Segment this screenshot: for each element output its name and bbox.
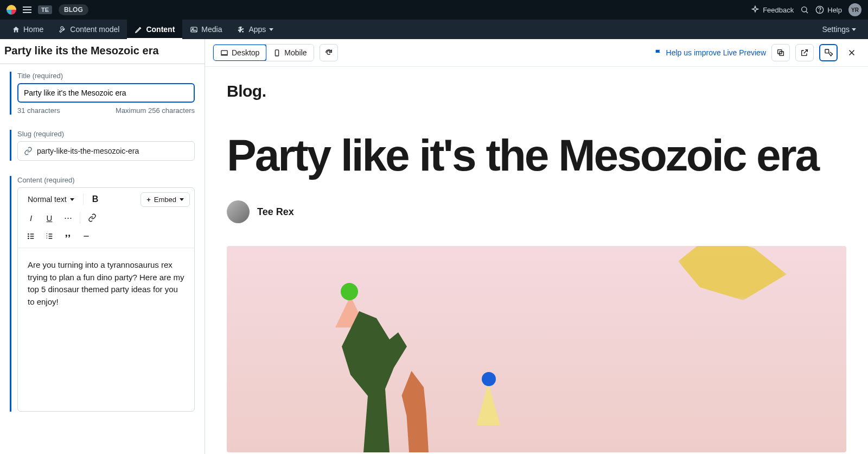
feedback-link[interactable]: Help us improve Live Preview — [654, 48, 766, 57]
editor-panel: Party like its the Mesozoic era Title (r… — [0, 39, 205, 454]
user-avatar[interactable]: YR — [848, 3, 861, 16]
svg-rect-12 — [825, 49, 829, 53]
editor-header: Party like its the Mesozoic era — [0, 39, 205, 64]
content-body[interactable]: Are you turning into a tyrannosaurus rex… — [18, 248, 194, 411]
nav-content[interactable]: Content — [127, 20, 182, 39]
chevron-down-icon — [269, 28, 273, 31]
more-format-button[interactable]: ⋯ — [59, 210, 76, 226]
home-icon — [12, 26, 20, 34]
author-name: Tee Rex — [257, 206, 294, 218]
open-external-button[interactable] — [795, 44, 814, 61]
quote-icon — [63, 232, 72, 241]
feedback-button[interactable]: Feedback — [751, 5, 794, 14]
preview-panel: Desktop Mobile Help us improve Live Prev… — [205, 39, 868, 454]
hr-button[interactable] — [78, 228, 95, 244]
nav-settings[interactable]: Settings — [814, 25, 864, 34]
hero-image — [227, 246, 846, 452]
field-label: Content (required) — [17, 176, 195, 184]
author-block: Tee Rex — [227, 200, 846, 223]
field-content: Content (required) Normal text B + — [0, 168, 205, 419]
italic-button[interactable]: I — [22, 210, 40, 226]
embed-button[interactable]: + Embed — [141, 192, 190, 207]
inspect-button[interactable] — [819, 44, 838, 61]
blog-title: Party like it's the Mesozoic era — [227, 133, 846, 178]
nav-content-model[interactable]: Content model — [51, 20, 127, 39]
svg-point-6 — [28, 236, 29, 236]
mobile-button[interactable]: Mobile — [266, 45, 313, 61]
nav-media[interactable]: Media — [182, 20, 229, 39]
quote-button[interactable] — [59, 228, 76, 244]
svg-point-5 — [28, 234, 29, 234]
help-icon — [815, 5, 824, 14]
horizontal-rule-icon — [82, 232, 91, 241]
svg-rect-8 — [221, 51, 227, 55]
char-count: 31 characters — [17, 106, 60, 115]
pencil-icon — [135, 26, 143, 34]
title-input[interactable] — [17, 83, 195, 103]
refresh-icon — [324, 48, 333, 57]
puzzle-icon — [237, 26, 245, 34]
field-slug: Slug (required) party-like-its-the-mesoz… — [0, 122, 205, 168]
link-icon — [24, 147, 33, 155]
contentful-logo-icon[interactable] — [7, 5, 16, 15]
svg-point-7 — [28, 238, 29, 238]
viewport-segment: Desktop Mobile — [213, 44, 314, 61]
desktop-button[interactable]: Desktop — [213, 44, 267, 61]
numbered-list-icon — [45, 232, 54, 241]
entry-title: Party like its the Mesozoic era — [4, 45, 200, 57]
field-label: Title (required) — [17, 72, 195, 80]
mobile-icon — [273, 49, 281, 57]
blog-label: Blog. — [227, 82, 846, 100]
rte-toolbar: Normal text B + Embed — [18, 188, 194, 248]
field-label: Slug (required) — [17, 130, 195, 138]
nav-home[interactable]: Home — [4, 20, 51, 39]
inspect-icon — [824, 48, 833, 57]
main-nav: Home Content model Content Media Apps Se… — [0, 20, 868, 39]
bullet-list-button[interactable] — [22, 228, 40, 244]
chevron-down-icon — [70, 198, 74, 201]
preview-toolbar: Desktop Mobile Help us improve Live Prev… — [205, 39, 868, 67]
top-bar: TE BLOG Feedback Help YR — [0, 0, 868, 20]
search-icon — [800, 5, 809, 14]
desktop-icon — [220, 49, 228, 57]
bold-button[interactable]: B — [87, 191, 104, 207]
link-icon — [88, 213, 97, 222]
svg-point-2 — [820, 12, 820, 12]
environment-badge[interactable]: BLOG — [59, 4, 88, 15]
help-button[interactable]: Help — [815, 5, 842, 14]
copy-icon — [776, 48, 785, 57]
field-title: Title (required) 31 characters Maximum 2… — [0, 64, 205, 122]
close-icon — [847, 48, 857, 58]
image-icon — [190, 26, 198, 34]
preview-content: Blog. Party like it's the Mesozoic era T… — [205, 67, 868, 454]
link-button[interactable] — [84, 210, 101, 226]
underline-button[interactable]: U — [41, 210, 58, 226]
format-selector[interactable]: Normal text — [22, 192, 80, 207]
slug-input[interactable]: party-like-its-the-mesozoic-era — [17, 141, 195, 161]
chevron-down-icon — [180, 198, 184, 201]
external-link-icon — [800, 48, 809, 57]
close-button[interactable] — [843, 44, 860, 61]
wrench-icon — [59, 26, 67, 34]
svg-point-0 — [802, 7, 807, 12]
space-badge[interactable]: TE — [38, 5, 52, 14]
rich-text-editor: Normal text B + Embed — [17, 187, 195, 412]
search-button[interactable] — [800, 5, 809, 14]
copy-button[interactable] — [771, 44, 790, 61]
chevron-down-icon — [852, 28, 856, 31]
char-max: Maximum 256 characters — [116, 106, 195, 115]
sparkle-icon — [751, 5, 760, 14]
flag-icon — [654, 48, 663, 57]
refresh-button[interactable] — [320, 44, 338, 61]
bullet-list-icon — [27, 232, 35, 241]
hamburger-menu-icon[interactable] — [23, 7, 31, 13]
numbered-list-button[interactable] — [41, 228, 58, 244]
nav-apps[interactable]: Apps — [229, 20, 281, 39]
author-avatar — [227, 200, 250, 223]
